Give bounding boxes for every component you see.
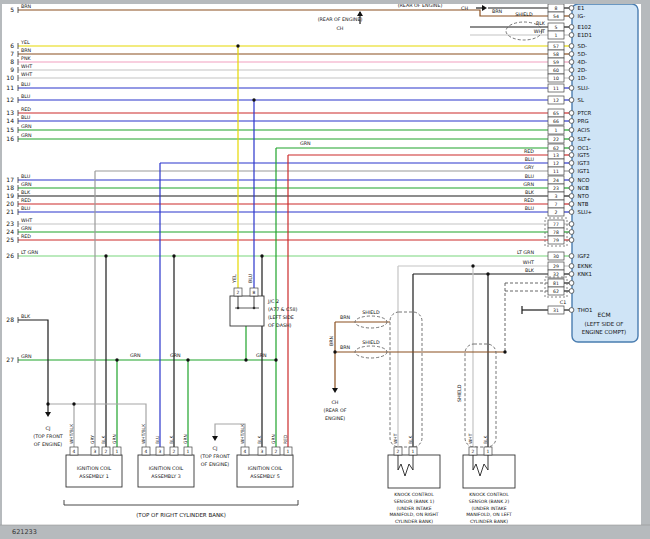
ecm-pin-name: IGF2 xyxy=(578,253,590,259)
jc-pin-number: 2 xyxy=(237,290,240,295)
wire-color-label: BLK xyxy=(101,436,106,444)
wire-color-label: WHT xyxy=(393,433,398,444)
wire-color-label: PNK xyxy=(21,56,31,61)
left-wire-number: 15 xyxy=(6,126,14,133)
junction-connector-box xyxy=(230,296,264,326)
pin-number: 2 xyxy=(555,210,558,215)
frame-right-scroll-area[interactable] xyxy=(641,0,650,539)
wire-color-label: GRN xyxy=(21,182,32,187)
left-wire-number: 18 xyxy=(6,184,14,191)
junction-dot xyxy=(471,264,474,267)
junction-dot xyxy=(244,358,247,361)
wiring-diagram: 5BRN6YEL7BRN8PNK9WHT10WHT11BLU12BLU13RED… xyxy=(0,0,650,539)
pin-stub xyxy=(569,60,574,65)
ecm-pin-name: EKNK xyxy=(578,263,593,269)
label: BLU xyxy=(248,273,253,283)
left-wire-number: 11 xyxy=(6,84,14,91)
wire-color-label: YEL xyxy=(20,40,30,45)
left-wire-number: 16 xyxy=(6,135,14,142)
junction-dot xyxy=(46,402,49,405)
pin-stub xyxy=(569,25,574,30)
pin-stub xyxy=(569,52,574,57)
wire-color-label: WHT/BLK xyxy=(69,424,74,444)
left-wire-number: 13 xyxy=(6,109,14,116)
pin-number: 7 xyxy=(555,202,558,207)
wire-color-label: GRN xyxy=(112,434,117,444)
knock-sensor-box xyxy=(463,455,515,488)
label: C1 xyxy=(560,300,566,305)
label: (REAR OF xyxy=(324,408,347,413)
left-wire-number: 12 xyxy=(6,96,14,103)
wire-color-label: BLK xyxy=(21,314,31,319)
pin-number: 57 xyxy=(553,44,559,49)
wire-color-label: WHT/BLK xyxy=(240,424,245,444)
pin-number: 11 xyxy=(553,86,559,91)
label: RED xyxy=(524,198,534,203)
coil-label: IGNITION COIL xyxy=(149,466,184,471)
frame-top xyxy=(0,0,650,4)
junction-dot xyxy=(236,44,239,47)
wire-color-label: GRN xyxy=(271,434,276,444)
junction-dot xyxy=(72,402,75,405)
label: BLK xyxy=(525,268,535,273)
coil-pin-number: 4 xyxy=(73,449,76,454)
wire-color-label: BLU xyxy=(21,174,31,179)
ecm-pin-name: NCO xyxy=(578,177,590,183)
coil-label: IGNITION COIL xyxy=(248,466,283,471)
pin-stub xyxy=(569,169,574,174)
ecm-pin-name: E1D1 xyxy=(578,32,592,38)
ecm-pin-name: 2D- xyxy=(578,67,588,73)
label: OF ENGINE) xyxy=(34,442,62,447)
label: GRN xyxy=(523,182,534,187)
pin-stub xyxy=(569,111,574,116)
label: SHIELD xyxy=(457,384,462,402)
pin-stub xyxy=(569,272,574,277)
diagram-viewer: 5BRN6YEL7BRN8PNK9WHT10WHT11BLU12BLU13RED… xyxy=(0,0,650,539)
label: OF DASH) xyxy=(268,323,292,328)
sensor-label: KNOCK CONTROL xyxy=(469,492,509,497)
pin-stub xyxy=(569,210,574,215)
ecm-label-line1: ECM xyxy=(597,311,610,318)
ecm-pin-name: NTB xyxy=(578,201,589,207)
sensor-pin-number: 1 xyxy=(412,449,415,454)
ecm-pin-name: SD- xyxy=(578,43,588,49)
label: RED xyxy=(524,149,534,154)
ignition-coil-box xyxy=(138,455,194,487)
left-wire-number: 10 xyxy=(6,74,14,81)
pin-number: 23 xyxy=(553,186,559,191)
ecm-pin-name: OC1- xyxy=(578,145,591,151)
pin-stub xyxy=(569,68,574,73)
ecm-label-line3: ENGINE COMPT) xyxy=(582,329,627,335)
sensor-pin-number: 2 xyxy=(397,449,400,454)
diagram-number: 621233 xyxy=(12,528,37,536)
left-wire-number: 21 xyxy=(6,208,14,215)
wire-color-label: BLK xyxy=(483,436,488,444)
pin-stub xyxy=(569,202,574,207)
junction-dot xyxy=(186,358,189,361)
sensor-label: KNOCK CONTROL xyxy=(394,492,434,497)
left-wire-number: 23 xyxy=(6,220,14,227)
pin-number: 31 xyxy=(553,308,559,313)
pin-stub xyxy=(569,33,574,38)
ecm-pin-name: SL xyxy=(578,97,584,103)
pin-number: 58 xyxy=(553,52,559,57)
pin-number: 8 xyxy=(555,6,558,11)
wire-color-label: BLK xyxy=(21,190,31,195)
pin-number: 29 xyxy=(553,264,559,269)
label: OF ENGINE) xyxy=(201,462,229,467)
coil-label: IGNITION COIL xyxy=(77,466,112,471)
junction-dot xyxy=(486,272,489,275)
coil-label: ASSEMBLY 3 xyxy=(151,474,180,479)
ecm-pin-name: KNK1 xyxy=(578,271,593,277)
label: SHIELD xyxy=(515,12,533,17)
coil-pin-number: 2 xyxy=(173,449,176,454)
coil-label: ASSEMBLY 5 xyxy=(250,474,279,479)
sensor-label: CYLINDER BANK) xyxy=(470,519,508,524)
left-wire-number: 5 xyxy=(10,6,14,13)
wire-color-label: GRN xyxy=(21,124,32,129)
frame-bottom-scroll-area[interactable] xyxy=(0,525,650,539)
pin-stub xyxy=(569,289,574,294)
wire-color-label: WHT/BLK xyxy=(141,424,146,444)
bottom-bracket-label: (TOP OF RIGHT CYLINDER BANK) xyxy=(136,512,226,518)
wire-color-label: BRN xyxy=(21,48,32,53)
